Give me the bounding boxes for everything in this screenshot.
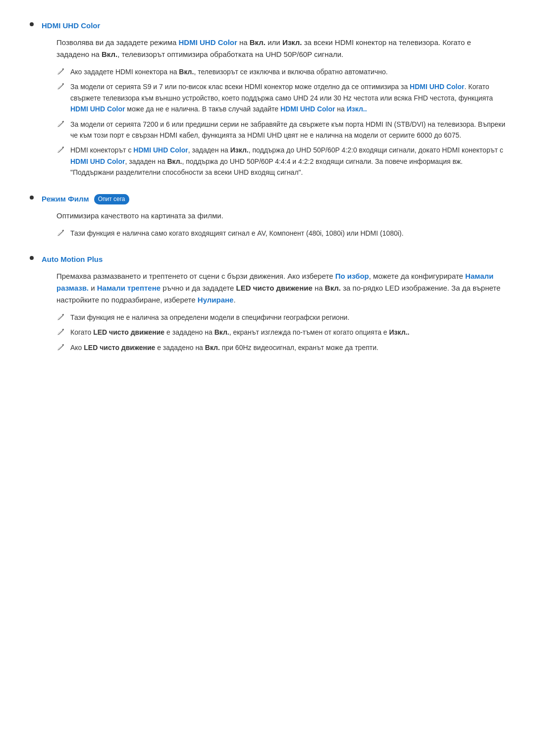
note-item: Тази функция не е налична за определени …	[56, 312, 505, 323]
section-body-film: Оптимизира качеството на картината за фи…	[56, 210, 505, 222]
section-body-hdmi: Позволява ви да зададете режима HDMI UHD…	[56, 37, 505, 60]
note-item: Ако LED чисто движение е зададено на Вкл…	[56, 342, 505, 353]
note-item: HDMI конекторът с HDMI UHD Color, зададе…	[56, 145, 505, 178]
note-text-7: Когато LED чисто движение е зададено на …	[70, 327, 409, 338]
led-motion-bold-1: LED чисто движение	[93, 328, 164, 336]
pencil-icon-6	[56, 313, 65, 322]
pencil-icon-2	[56, 82, 65, 91]
section-hdmi-uhd-color: HDMI UHD Color Позволява ви да зададете …	[30, 20, 505, 182]
section-title-hdmi: HDMI UHD Color	[42, 20, 505, 32]
led-motion-bold-2: LED чисто движение	[84, 344, 155, 352]
section-body-auto-motion: Премахва размазването и трептенето от сц…	[56, 270, 505, 306]
auto-motion-notes: Тази функция не е налична за определени …	[56, 312, 505, 353]
note-text-6: Тази функция не е налична за определени …	[70, 312, 349, 323]
hdmi-uhd-color-link-2: HDMI UHD Color	[410, 83, 464, 91]
pencil-icon-5	[56, 229, 65, 238]
off-label-1: Изкл.	[282, 38, 302, 47]
note-text-3: За модели от серията 7200 и 6 или предиш…	[70, 119, 505, 141]
hdmi-uhd-color-link-4: HDMI UHD Color	[280, 105, 335, 113]
section-title-auto-motion: Auto Motion Plus	[42, 253, 505, 265]
note-text-1: Ако зададете HDMI конектора на Вкл., тел…	[70, 66, 388, 77]
note-item: За модели от серията 7200 и 6 или предиш…	[56, 119, 505, 141]
section-title-film: Режим Филм Опит сега	[42, 193, 505, 205]
on-label-2: Вкл.	[102, 50, 117, 58]
reduce-flicker-link: Намали трептене	[97, 284, 160, 292]
on-bold-3: Вкл.	[325, 284, 341, 292]
hdmi-uhd-color-link-3: HDMI UHD Color	[70, 105, 125, 113]
film-notes: Тази функция е налична само когато входя…	[56, 228, 505, 239]
bullet-dot-1	[30, 22, 34, 26]
section-film-mode: Режим Филм Опит сега Оптимизира качество…	[30, 193, 505, 243]
on-bold-5: Вкл.	[205, 344, 220, 352]
bullet-dot-2	[30, 196, 34, 200]
note-text-4: HDMI конекторът с HDMI UHD Color, зададе…	[70, 145, 505, 178]
note-item: За модели от серията S9 и 7 или по-висок…	[56, 81, 505, 114]
reset-link: Нулиране	[198, 296, 234, 304]
film-body-text: Оптимизира качеството на картината за фи…	[56, 210, 505, 222]
on-bold-4: Вкл.	[214, 328, 229, 336]
note-text-8: Ако LED чисто движение е зададено на Вкл…	[70, 342, 378, 353]
auto-motion-body-text: Премахва размазването и трептенето от сц…	[56, 270, 505, 306]
pencil-icon-3	[56, 120, 65, 129]
section-auto-motion-plus: Auto Motion Plus Премахва размазването и…	[30, 253, 505, 357]
hdmi-body-text: Позволява ви да зададете режима HDMI UHD…	[56, 37, 505, 60]
pencil-icon-8	[56, 343, 65, 352]
on-bold-2: Вкл.	[167, 157, 182, 165]
hdmi-notes: Ако зададете HDMI конектора на Вкл., тел…	[56, 66, 505, 178]
on-label-1: Вкл.	[250, 38, 266, 47]
note-item: Когато LED чисто движение е зададено на …	[56, 327, 505, 338]
led-motion-label: LED чисто движение	[236, 284, 313, 292]
note-item: Тази функция е налична само когато входя…	[56, 228, 505, 239]
note-item: Ако зададете HDMI конектора на Вкл., тел…	[56, 66, 505, 77]
on-bold-1: Вкл.	[179, 68, 194, 76]
note-text-5: Тази функция е налична само когато входя…	[70, 228, 404, 239]
off-link-1: Изкл..	[347, 105, 367, 113]
section-hdmi-uhd-color-content: HDMI UHD Color Позволява ви да зададете …	[42, 20, 505, 182]
hdmi-uhd-color-link-5: HDMI UHD Color	[133, 146, 188, 154]
section-film-mode-content: Режим Филм Опит сега Оптимизира качество…	[42, 193, 505, 243]
note-text-2: За модели от серията S9 и 7 или по-висок…	[70, 81, 505, 114]
pencil-icon-7	[56, 328, 65, 337]
pencil-icon-1	[56, 67, 65, 76]
hdmi-uhd-color-link-1: HDMI UHD Color	[178, 38, 237, 47]
bullet-dot-3	[30, 256, 34, 260]
off-bold-2: Изкл..	[389, 328, 410, 336]
hdmi-uhd-color-link-6: HDMI UHD Color	[70, 157, 125, 165]
try-now-badge[interactable]: Опит сега	[94, 194, 129, 204]
off-bold-1: Изкл.	[230, 146, 249, 154]
by-choice-link: По избор	[335, 272, 369, 280]
pencil-icon-4	[56, 146, 65, 154]
section-auto-motion-plus-content: Auto Motion Plus Премахва размазването и…	[42, 253, 505, 357]
